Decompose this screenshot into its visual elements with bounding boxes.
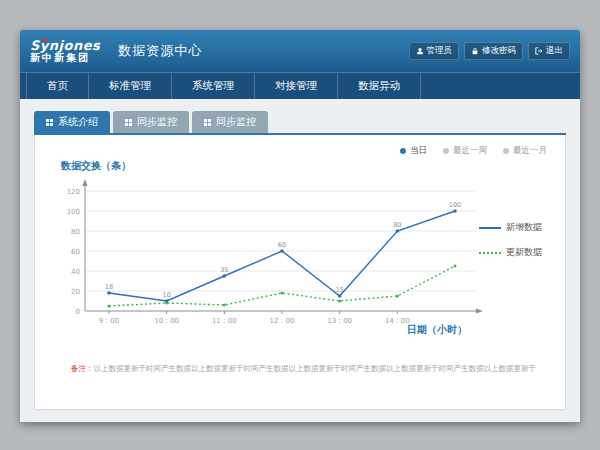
filter-label: 当日 xyxy=(410,145,427,157)
admin-user-button[interactable]: 管理员 xyxy=(409,42,460,60)
svg-text:35: 35 xyxy=(220,266,228,274)
footnote: 备注：以上数据更新于时间产生数据以上数据更新于时间产生数据以上数据更新于时间产生… xyxy=(71,363,543,374)
svg-text:11：00: 11：00 xyxy=(212,317,237,325)
legend-label: 更新数据 xyxy=(506,246,542,259)
svg-text:80: 80 xyxy=(393,221,401,229)
svg-text:13：00: 13：00 xyxy=(327,317,352,325)
filter-last-week[interactable]: 最近一周 xyxy=(443,145,487,157)
svg-text:100: 100 xyxy=(67,208,80,216)
logo-red-dot-icon xyxy=(43,38,47,42)
logo-company-name: 新中新集团 xyxy=(30,53,100,64)
filter-label: 最近一月 xyxy=(513,145,547,157)
filter-today[interactable]: 当日 xyxy=(400,145,427,157)
nav-item-data-change[interactable]: 数据异动 xyxy=(338,73,421,99)
chart-legend: 新增数据 更新数据 xyxy=(479,221,553,259)
chart-y-axis-title: 数据交换（条） xyxy=(61,159,553,173)
svg-text:9：00: 9：00 xyxy=(99,317,119,325)
tab-sync-monitor-1[interactable]: 同步监控 xyxy=(113,111,189,133)
main-navbar: 首页 标准管理 系统管理 对接管理 数据异动 xyxy=(20,72,580,99)
svg-text:40: 40 xyxy=(71,268,80,276)
legend-item-update-data[interactable]: 更新数据 xyxy=(479,246,553,259)
admin-user-label: 管理员 xyxy=(427,45,453,57)
filter-last-month[interactable]: 最近一月 xyxy=(503,145,547,157)
svg-text:100: 100 xyxy=(449,201,461,209)
grid-icon xyxy=(46,119,53,126)
svg-text:20: 20 xyxy=(71,288,80,296)
svg-text:18: 18 xyxy=(105,283,113,291)
line-chart: 0204060801001209：0010：0011：0012：0013：001… xyxy=(55,175,485,337)
tab-sync-monitor-2[interactable]: 同步监控 xyxy=(192,111,268,133)
tab-label: 同步监控 xyxy=(216,115,256,129)
svg-text:80: 80 xyxy=(71,228,80,236)
blue-line-sample-icon xyxy=(479,227,501,229)
radio-dot-icon xyxy=(503,148,509,154)
brand-logo: Synjones 新中新集团 xyxy=(30,39,100,63)
app-window: Synjones 新中新集团 数据资源中心 管理员 修改密码 退出 xyxy=(20,30,580,422)
logout-icon xyxy=(535,47,543,55)
time-range-filters: 当日 最近一周 最近一月 xyxy=(47,145,547,157)
tab-system-intro[interactable]: 系统介绍 xyxy=(34,111,110,133)
filter-label: 最近一周 xyxy=(453,145,487,157)
legend-item-new-data[interactable]: 新增数据 xyxy=(479,221,553,234)
green-dotted-line-sample-icon xyxy=(479,252,501,254)
logout-label: 退出 xyxy=(546,45,563,57)
svg-text:0: 0 xyxy=(76,308,80,316)
page-title: 数据资源中心 xyxy=(118,42,202,60)
lock-icon xyxy=(471,47,479,55)
grid-icon xyxy=(125,119,132,126)
chart-container: 0204060801001209：0010：0011：0012：0013：001… xyxy=(55,175,553,337)
legend-label: 新增数据 xyxy=(506,221,542,234)
grid-icon xyxy=(204,119,211,126)
svg-text:10：00: 10：00 xyxy=(154,317,179,325)
svg-text:120: 120 xyxy=(67,188,80,196)
change-password-button[interactable]: 修改密码 xyxy=(464,42,523,60)
tab-label: 系统介绍 xyxy=(58,115,98,129)
svg-text:15: 15 xyxy=(336,286,344,294)
footnote-label: 备注： xyxy=(71,364,94,373)
app-header: Synjones 新中新集团 数据资源中心 管理员 修改密码 退出 xyxy=(20,30,580,72)
tab-bar: 系统介绍 同步监控 同步监控 xyxy=(34,111,566,135)
user-icon xyxy=(416,47,424,55)
chart-panel: 当日 最近一周 最近一月 数据交换（条） 0204060801001209：00… xyxy=(34,135,566,410)
radio-dot-icon xyxy=(443,148,449,154)
footnote-text: 以上数据更新于时间产生数据以上数据更新于时间产生数据以上数据更新于时间产生数据以… xyxy=(94,364,537,373)
logo-text: Synjones xyxy=(30,39,100,53)
svg-text:60: 60 xyxy=(278,241,286,249)
radio-dot-icon xyxy=(400,148,406,154)
nav-item-home[interactable]: 首页 xyxy=(26,73,89,99)
nav-item-system-mgmt[interactable]: 系统管理 xyxy=(172,73,255,99)
svg-text:12：00: 12：00 xyxy=(270,317,295,325)
change-password-label: 修改密码 xyxy=(482,45,516,57)
svg-text:10: 10 xyxy=(163,291,171,299)
svg-text:14：00: 14：00 xyxy=(385,317,410,325)
nav-item-standard-mgmt[interactable]: 标准管理 xyxy=(89,73,172,99)
logout-button[interactable]: 退出 xyxy=(528,42,570,60)
tab-label: 同步监控 xyxy=(137,115,177,129)
svg-text:60: 60 xyxy=(71,248,80,256)
content-area: 系统介绍 同步监控 同步监控 当日 xyxy=(20,99,580,422)
nav-item-interface-mgmt[interactable]: 对接管理 xyxy=(255,73,338,99)
